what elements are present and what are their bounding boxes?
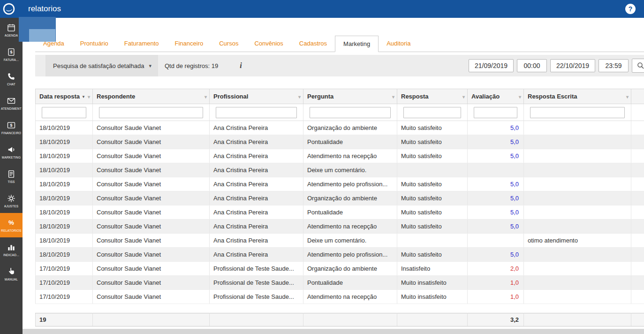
- column-header-data-resposta[interactable]: Data resposta▼ ▾: [36, 89, 93, 104]
- hand-icon: [7, 267, 16, 276]
- table-cell: 17/10/2019: [36, 276, 93, 290]
- date-from-input[interactable]: [469, 59, 514, 72]
- tab-convenios[interactable]: Convênios: [246, 36, 291, 52]
- column-label: Resposta Escrita: [528, 93, 577, 100]
- tab-cadastros[interactable]: Cadastros: [291, 36, 335, 52]
- table-cell: [524, 149, 631, 163]
- svg-text:$: $: [10, 123, 13, 128]
- sidebar-item-manual[interactable]: MANUAL: [0, 262, 23, 286]
- sidebar-item-atendimento[interactable]: ATENDIMENT: [0, 91, 23, 115]
- column-menu-icon[interactable]: ▾: [298, 94, 301, 99]
- filter-input-data-resposta[interactable]: [42, 107, 86, 118]
- table-cell: 18/10/2019: [36, 191, 93, 205]
- tab-marketing[interactable]: Marketing: [335, 36, 379, 52]
- table-row[interactable]: 18/10/2019Consultor Saude VianetAna Cris…: [36, 163, 644, 177]
- search-button[interactable]: [632, 59, 644, 73]
- sidebar-item-ajustes[interactable]: AJUSTES: [0, 189, 23, 213]
- bottom-scrollbar-track[interactable]: [23, 329, 644, 334]
- sidebar-item-marketing[interactable]: MARKETING: [0, 140, 23, 164]
- tab-cursos[interactable]: Cursos: [211, 36, 246, 52]
- table-cell: [631, 177, 644, 191]
- column-header-pergunta[interactable]: Pergunta ▾: [303, 89, 397, 104]
- sidebar-item-label: MANUAL: [5, 278, 18, 281]
- table-row[interactable]: 17/10/2019Consultor Saude VianetProfissi…: [36, 262, 644, 276]
- tab-prontuario[interactable]: Prontuário: [72, 36, 116, 52]
- sidebar-item-fatura[interactable]: $ FATURA...: [0, 42, 23, 67]
- help-button[interactable]: ?: [625, 4, 636, 14]
- column-header-resposta[interactable]: Resposta ▾: [397, 89, 468, 104]
- toolbar: Pesquisa de satisfação detalhada ▾ Qtd d…: [35, 55, 644, 76]
- table-cell: Ana Cristina Pereira: [210, 149, 303, 163]
- column-menu-icon[interactable]: ▾: [519, 94, 521, 99]
- sidebar-item-indicadores[interactable]: INDICAD...: [0, 237, 23, 262]
- table-row[interactable]: 18/10/2019Consultor Saude VianetAna Cris…: [36, 135, 644, 149]
- column-label: Profissional: [213, 93, 248, 100]
- footer-average-rating: 3,2: [468, 313, 524, 326]
- table-row[interactable]: 18/10/2019Consultor Saude VianetAna Cris…: [36, 149, 644, 163]
- report-selector-dropdown[interactable]: Pesquisa de satisfação detalhada ▾: [45, 55, 158, 76]
- table-row[interactable]: 18/10/2019Consultor Saude VianetAna Cris…: [36, 205, 644, 220]
- column-menu-icon[interactable]: ▾: [626, 94, 629, 99]
- table-row[interactable]: 17/10/2019Consultor Saude VianetProfissi…: [36, 276, 644, 290]
- column-label: Resposta: [401, 93, 429, 100]
- sidebar-item-label: INDICAD...: [3, 253, 19, 257]
- table-row[interactable]: 18/10/2019Consultor Saude VianetAna Cris…: [36, 248, 644, 262]
- table-cell: [631, 121, 644, 135]
- sidebar-item-label: MARKETING: [2, 156, 21, 159]
- table-cell: 18/10/2019: [36, 163, 93, 177]
- info-icon[interactable]: i: [240, 61, 242, 70]
- column-header-respondente[interactable]: Respondente ▾: [93, 89, 210, 104]
- question-mark-icon: ?: [629, 5, 633, 13]
- filter-input-pergunta[interactable]: [310, 107, 391, 118]
- column-header-profissional[interactable]: Profissional ▾: [210, 89, 303, 104]
- table-cell: 1,0: [468, 290, 524, 304]
- sidebar-item-chat[interactable]: CHAT: [0, 67, 23, 91]
- sidebar-item-financeiro[interactable]: $ FINANCEIRO: [0, 115, 23, 140]
- time-to-input[interactable]: [599, 59, 629, 72]
- table-cell: Consultor Saude Vianet: [93, 205, 210, 220]
- time-from-input[interactable]: [517, 59, 547, 72]
- table-cell: Pontualidade: [303, 135, 397, 149]
- table-cell: Ana Cristina Pereira: [210, 121, 303, 135]
- filter-input-respondente[interactable]: [99, 107, 203, 118]
- table-cell: [631, 262, 644, 276]
- table-cell: Muito satisfeito: [397, 191, 468, 205]
- column-menu-icon[interactable]: ▾: [462, 94, 465, 99]
- filter-input-avaliacao[interactable]: [474, 107, 517, 118]
- column-header-resposta-escrita[interactable]: Resposta Escrita ▾: [524, 89, 631, 104]
- table-cell: 18/10/2019: [36, 121, 93, 135]
- sidebar-item-relatorios[interactable]: % RELATORIOS: [0, 213, 23, 237]
- filter-input-resposta[interactable]: [403, 107, 461, 118]
- table-row[interactable]: 18/10/2019Consultor Saude VianetAna Cris…: [36, 234, 644, 248]
- table-cell: Atendimento na recepção: [303, 149, 397, 163]
- table-row[interactable]: 18/10/2019Consultor Saude VianetAna Cris…: [36, 177, 644, 191]
- tab-faturamento[interactable]: Faturamento: [116, 36, 167, 52]
- table-cell: Atendimento na recepção: [303, 220, 397, 234]
- table-row[interactable]: 18/10/2019Consultor Saude VianetAna Cris…: [36, 121, 644, 135]
- table-cell: [524, 220, 631, 234]
- table-cell: Muito satisfeito: [397, 149, 468, 163]
- tab-auditoria[interactable]: Auditoria: [379, 36, 418, 52]
- tab-financeiro[interactable]: Financeiro: [167, 36, 212, 52]
- app-logo[interactable]: [2, 2, 16, 16]
- table-cell: Ana Cristina Pereira: [210, 135, 303, 149]
- table-cell: 2,0: [468, 262, 524, 276]
- sidebar-item-tiss[interactable]: TISS: [0, 164, 23, 189]
- column-menu-icon[interactable]: ▾: [88, 94, 90, 99]
- table-row[interactable]: 18/10/2019Consultor Saude VianetAna Cris…: [36, 220, 644, 234]
- results-table: Data resposta▼ ▾ Respondente ▾ Profissio…: [35, 89, 644, 326]
- table-row[interactable]: 18/10/2019Consultor Saude VianetAna Cris…: [36, 191, 644, 205]
- table-cell: [631, 248, 644, 262]
- column-menu-icon[interactable]: ▾: [205, 94, 207, 99]
- table-cell: 5,0: [468, 149, 524, 163]
- table-cell: 5,0: [468, 121, 524, 135]
- table-cell: [631, 135, 644, 149]
- table-cell: Ana Cristina Pereira: [210, 191, 303, 205]
- date-to-input[interactable]: [550, 59, 595, 72]
- filter-input-profissional[interactable]: [216, 107, 297, 118]
- column-header-avaliacao[interactable]: Avaliação ▾: [468, 89, 524, 104]
- table-row[interactable]: 17/10/2019Consultor Saude VianetProfissi…: [36, 290, 644, 304]
- filter-input-resposta-escrita[interactable]: [530, 107, 625, 118]
- table-cell: 5,0: [468, 220, 524, 234]
- column-menu-icon[interactable]: ▾: [392, 94, 394, 99]
